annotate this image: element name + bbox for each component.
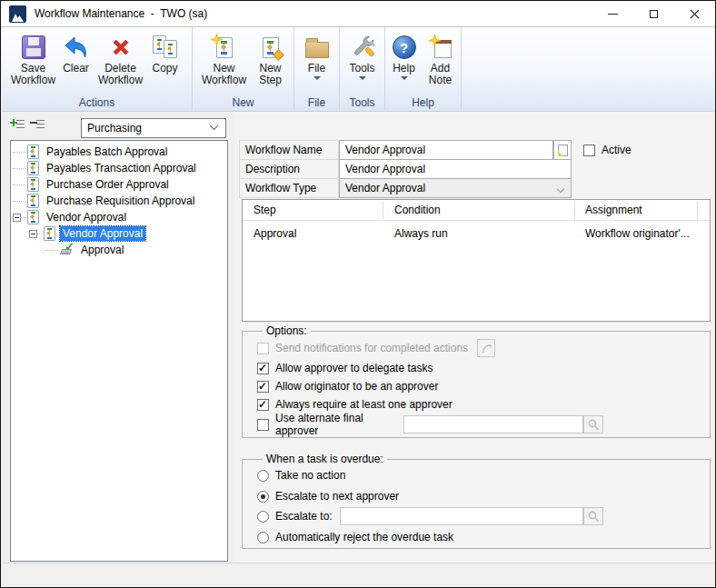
- workflow-node-icon: [43, 226, 56, 241]
- option-row: Allow originator to be an approver: [257, 379, 710, 394]
- tree-connector: [37, 234, 42, 234]
- category-dropdown-value: Purchasing: [87, 122, 142, 135]
- tree-connector: [13, 184, 25, 185]
- description-field[interactable]: Vendor Approval: [339, 159, 572, 179]
- workflow-type-dropdown[interactable]: Vendor Approval: [339, 178, 572, 198]
- tree-connector: [13, 168, 25, 169]
- option-row: Allow approver to delegate tasks: [257, 361, 710, 375]
- active-checkbox[interactable]: [583, 145, 595, 156]
- options-legend: Options:: [263, 324, 311, 337]
- delete-workflow-button[interactable]: Delete Workflow: [95, 32, 146, 87]
- tree-item-vendor-approval[interactable]: Vendor Approval: [13, 209, 227, 225]
- tree-item-payables-batch-approval[interactable]: Payables Batch Approval: [13, 144, 227, 160]
- save-workflow-button[interactable]: Save Workflow: [10, 32, 57, 87]
- option-row: Use alternate final approver: [257, 415, 710, 434]
- close-button[interactable]: [674, 1, 715, 26]
- category-dropdown[interactable]: Purchasing: [81, 118, 226, 138]
- overdue-group: When a task is overdue: Take no action E…: [242, 453, 711, 549]
- note-button[interactable]: [553, 140, 572, 160]
- workflow-type-label: Workflow Type: [239, 178, 339, 198]
- tree-toolbar: [10, 117, 45, 132]
- floppy-disk-icon: [22, 35, 45, 59]
- delegate-tasks-checkbox[interactable]: [257, 363, 269, 374]
- workflow-node-icon: [26, 161, 40, 175]
- chevron-down-icon: [557, 185, 564, 193]
- originator-approver-checkbox[interactable]: [257, 381, 269, 393]
- option-row: Always require at least one approver: [257, 397, 710, 412]
- require-one-approver-checkbox[interactable]: [257, 399, 269, 411]
- tree-item-approval-step[interactable]: Approval: [45, 242, 227, 258]
- help-menu-button[interactable]: Help: [387, 32, 422, 81]
- file-menu-button[interactable]: File: [297, 32, 337, 81]
- expander-minus-icon[interactable]: [29, 230, 37, 238]
- maximize-button[interactable]: [633, 1, 674, 26]
- overdue-row: Automatically reject the overdue task: [257, 530, 710, 544]
- active-label[interactable]: Active: [602, 144, 631, 156]
- note-icon: [558, 145, 568, 156]
- add-note-icon: [430, 36, 452, 58]
- send-notifications-checkbox[interactable]: [257, 343, 269, 354]
- overdue-row: Escalate to:: [257, 507, 710, 525]
- help-sphere-icon: [393, 35, 416, 59]
- workflow-name-field[interactable]: Vendor Approval: [339, 140, 553, 160]
- tree-connector: [45, 250, 58, 251]
- escalate-to-radio[interactable]: [257, 511, 269, 523]
- minimize-button[interactable]: [592, 1, 633, 26]
- add-note-button[interactable]: Add Note: [422, 32, 460, 87]
- new-step-button[interactable]: New Step: [252, 32, 290, 87]
- tools-menu-button[interactable]: Tools: [343, 32, 383, 81]
- workflow-tree: Payables Batch Approval Payables Transac…: [10, 140, 228, 562]
- column-header-condition: Condition: [394, 200, 441, 220]
- expander-minus-icon[interactable]: [13, 214, 21, 222]
- ribbon-group-label: Help: [385, 96, 461, 109]
- workflow-node-icon: [26, 210, 40, 224]
- notification-settings-button[interactable]: [477, 339, 495, 357]
- collapse-all-button[interactable]: [30, 117, 45, 132]
- chevron-down-icon: [210, 121, 219, 130]
- window-title: Workflow Maintenance - TWO (sa): [35, 7, 207, 20]
- red-x-icon: [108, 35, 134, 60]
- column-separator: [383, 202, 383, 219]
- copy-pages-icon: [152, 35, 179, 60]
- escalate-to-input[interactable]: [340, 507, 583, 525]
- dropdown-arrow-icon: [401, 76, 408, 80]
- take-no-action-radio[interactable]: [257, 470, 269, 482]
- tree-item-purchase-order-approval[interactable]: Purchase Order Approval: [13, 176, 227, 193]
- tree-connector: [13, 201, 25, 202]
- ribbon-group-actions: Save Workflow Clear Delete Workflow: [2, 27, 193, 111]
- alternate-approver-lookup-button[interactable]: [583, 415, 603, 434]
- column-separator: [574, 202, 575, 219]
- option-row: Send notifications for completed actions: [257, 339, 710, 357]
- overdue-row: Escalate to next approver: [257, 489, 710, 503]
- tree-item-vendor-approval-step-group[interactable]: Vendor Approval: [29, 225, 227, 242]
- table-row[interactable]: Approval Always run Workflow originator'…: [243, 224, 710, 242]
- overdue-row: Take no action: [257, 468, 710, 483]
- undo-arrow-icon: [64, 35, 89, 60]
- copy-button[interactable]: Copy: [146, 32, 184, 75]
- tree-item-purchase-requisition-approval[interactable]: Purchase Requisition Approval: [13, 193, 227, 209]
- clear-button[interactable]: Clear: [57, 32, 95, 75]
- alternate-approver-input[interactable]: [403, 415, 583, 434]
- ribbon-toolbar: Save Workflow Clear Delete Workflow: [2, 27, 714, 112]
- ribbon-group-label: File: [294, 96, 339, 109]
- magnifier-icon: [587, 510, 600, 523]
- workflow-node-icon: [26, 177, 40, 192]
- workflow-maintenance-window: Workflow Maintenance - TWO (sa) Save Wor…: [0, 0, 716, 588]
- options-group: Options: Send notifications for complete…: [242, 324, 711, 438]
- new-workflow-button[interactable]: New Workflow: [197, 32, 252, 87]
- workflow-node-icon: [26, 194, 40, 208]
- dropdown-arrow-icon: [313, 76, 321, 80]
- auto-reject-radio[interactable]: [257, 532, 269, 543]
- escalate-to-lookup-button[interactable]: [583, 507, 603, 525]
- status-strip: [2, 563, 714, 586]
- alternate-final-approver-checkbox[interactable]: [257, 419, 269, 431]
- expand-all-button[interactable]: [10, 117, 25, 132]
- workflow-node-icon: [26, 145, 40, 159]
- magnifier-icon: [587, 418, 600, 431]
- workflow-name-label: Workflow Name: [239, 140, 339, 160]
- escalate-next-approver-radio[interactable]: [257, 491, 269, 503]
- ribbon-group-label: Tools: [340, 96, 384, 109]
- ribbon-group-tools: Tools Tools: [340, 27, 385, 111]
- tree-item-payables-transaction-approval[interactable]: Payables Transaction Approval: [13, 160, 227, 176]
- new-workflow-icon: [213, 35, 236, 59]
